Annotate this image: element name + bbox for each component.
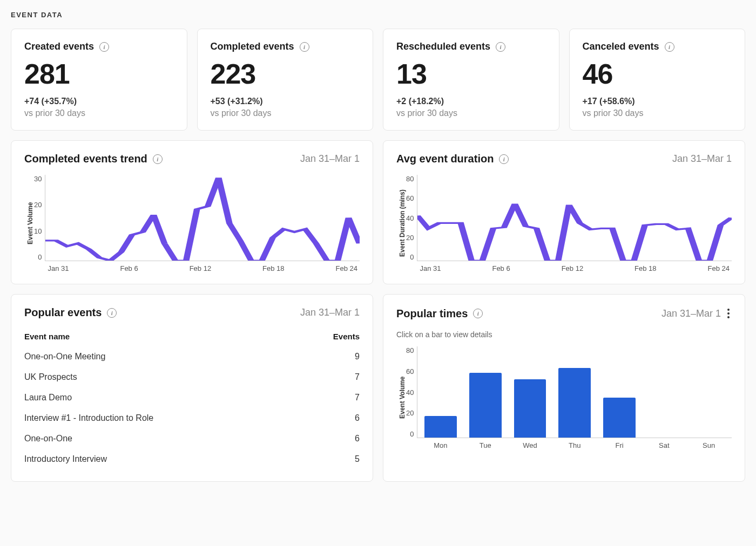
stat-card-created: Created events i 281 +74 (+35.7%) vs pri…	[11, 29, 187, 131]
bar-slot: Sun	[689, 346, 728, 438]
stat-delta: +2 (+18.2%)	[396, 97, 546, 106]
info-icon[interactable]: i	[107, 308, 117, 318]
info-icon[interactable]: i	[99, 42, 109, 52]
bar-label: Tue	[480, 441, 491, 449]
event-count: 7	[355, 372, 360, 382]
date-range: Jan 31–Mar 1	[300, 307, 360, 318]
table-row[interactable]: Laura Demo7	[24, 387, 360, 408]
y-axis-label: Event Volume	[24, 175, 34, 272]
chart-title: Popular times	[396, 308, 468, 320]
stat-title: Canceled events	[583, 41, 659, 52]
stat-title: Completed events	[211, 41, 294, 52]
event-name: UK Prospects	[24, 372, 77, 382]
info-icon[interactable]: i	[499, 154, 509, 164]
chart-title: Completed events trend	[24, 153, 147, 165]
info-icon[interactable]: i	[496, 42, 505, 52]
completed-trend-card: Completed events trend i Jan 31–Mar 1 Ev…	[11, 140, 373, 284]
stat-compare-label: vs prior 30 days	[211, 108, 360, 118]
bar-label: Sat	[659, 441, 670, 449]
bar[interactable]	[424, 416, 457, 438]
event-name: One-on-One Meeting	[24, 352, 105, 361]
bar[interactable]	[514, 379, 546, 438]
stat-card-completed: Completed events i 223 +53 (+31.2%) vs p…	[197, 29, 374, 131]
line-chart	[417, 175, 732, 261]
bar-label: Sun	[703, 441, 715, 449]
stat-title: Created events	[24, 41, 94, 52]
stat-card-canceled: Canceled events i 46 +17 (+58.6%) vs pri…	[569, 29, 746, 131]
event-name: Laura Demo	[24, 393, 72, 402]
info-icon[interactable]: i	[665, 42, 674, 52]
x-ticks: Jan 31Feb 6Feb 12Feb 18Feb 24	[417, 264, 732, 272]
table-row[interactable]: Interview #1 - Introduction to Role6	[24, 408, 360, 428]
stat-value: 281	[24, 58, 174, 90]
stat-value: 223	[211, 58, 360, 90]
popular-times-chart: Event Volume 806040200 MonTueWedThuFriSa…	[396, 346, 732, 449]
event-count: 9	[355, 352, 360, 361]
chart-hint: Click on a bar to view details	[396, 330, 732, 339]
bar[interactable]	[558, 368, 591, 438]
bottom-row: Popular events i Jan 31–Mar 1 Event name…	[11, 294, 745, 482]
y-ticks: 806040200	[406, 346, 417, 449]
section-label: EVENT DATA	[11, 11, 745, 19]
bar-label: Thu	[569, 441, 580, 449]
more-menu-icon[interactable]	[725, 306, 732, 320]
chart-title: Popular events	[24, 306, 102, 319]
bar-label: Fri	[615, 441, 623, 449]
info-icon[interactable]: i	[473, 309, 483, 318]
x-ticks: Jan 31Feb 6Feb 12Feb 18Feb 24	[45, 264, 360, 272]
event-count: 7	[355, 393, 360, 402]
stat-compare-label: vs prior 30 days	[583, 108, 732, 118]
stat-title: Rescheduled events	[396, 41, 490, 52]
trend-charts-row: Completed events trend i Jan 31–Mar 1 Ev…	[11, 140, 745, 284]
stat-card-rescheduled: Rescheduled events i 13 +2 (+18.2%) vs p…	[383, 29, 559, 131]
avg-duration-chart: Event Duration (mins) 806040200 Jan 31Fe…	[396, 175, 732, 272]
completed-trend-chart: Event Volume 3020100 Jan 31Feb 6Feb 12Fe…	[24, 175, 360, 272]
info-icon[interactable]: i	[300, 42, 309, 52]
bar[interactable]	[603, 398, 636, 438]
bar-label: Wed	[523, 441, 537, 449]
event-name: One-on-One	[24, 434, 72, 443]
stat-compare-label: vs prior 30 days	[24, 108, 174, 118]
bar-slot: Wed	[510, 346, 550, 438]
table-header: Event name Events	[24, 329, 360, 346]
date-range: Jan 31–Mar 1	[672, 153, 732, 165]
bar-slot: Mon	[421, 346, 460, 438]
stat-delta: +74 (+35.7%)	[24, 97, 174, 106]
y-axis-label: Event Volume	[396, 346, 406, 449]
stat-compare-label: vs prior 30 days	[396, 108, 546, 118]
avg-duration-card: Avg event duration i Jan 31–Mar 1 Event …	[383, 140, 745, 284]
col-event-name: Event name	[24, 332, 70, 341]
line-chart	[45, 175, 360, 261]
event-name: Introductory Interview	[24, 454, 107, 464]
table-row[interactable]: One-on-One6	[24, 428, 360, 449]
info-icon[interactable]: i	[153, 154, 163, 164]
event-count: 6	[355, 434, 360, 443]
bar-slot: Thu	[555, 346, 595, 438]
table-row[interactable]: Introductory Interview5	[24, 449, 360, 469]
col-events-count: Events	[333, 332, 360, 341]
stat-value: 13	[396, 58, 546, 90]
event-name: Interview #1 - Introduction to Role	[24, 413, 153, 423]
bar-label: Mon	[434, 441, 447, 449]
event-count: 5	[355, 454, 360, 464]
popular-times-card: Popular times i Jan 31–Mar 1 Click on a …	[383, 294, 745, 482]
stat-delta: +17 (+58.6%)	[583, 97, 732, 106]
popular-events-card: Popular events i Jan 31–Mar 1 Event name…	[11, 294, 373, 482]
date-range: Jan 31–Mar 1	[662, 308, 721, 319]
event-count: 6	[355, 413, 360, 423]
stat-delta: +53 (+31.2%)	[211, 97, 360, 106]
bar-slot: Tue	[465, 346, 505, 438]
stat-value: 46	[583, 58, 732, 90]
bar-slot: Fri	[600, 346, 639, 438]
table-row[interactable]: One-on-One Meeting9	[24, 346, 360, 367]
chart-title: Avg event duration	[396, 153, 494, 165]
date-range: Jan 31–Mar 1	[300, 153, 360, 165]
bar-slot: Sat	[644, 346, 684, 438]
table-row[interactable]: UK Prospects7	[24, 367, 360, 387]
y-ticks: 806040200	[406, 175, 417, 272]
y-ticks: 3020100	[34, 175, 45, 272]
stat-cards-row: Created events i 281 +74 (+35.7%) vs pri…	[11, 29, 745, 131]
bar[interactable]	[469, 373, 502, 438]
y-axis-label: Event Duration (mins)	[396, 175, 406, 272]
